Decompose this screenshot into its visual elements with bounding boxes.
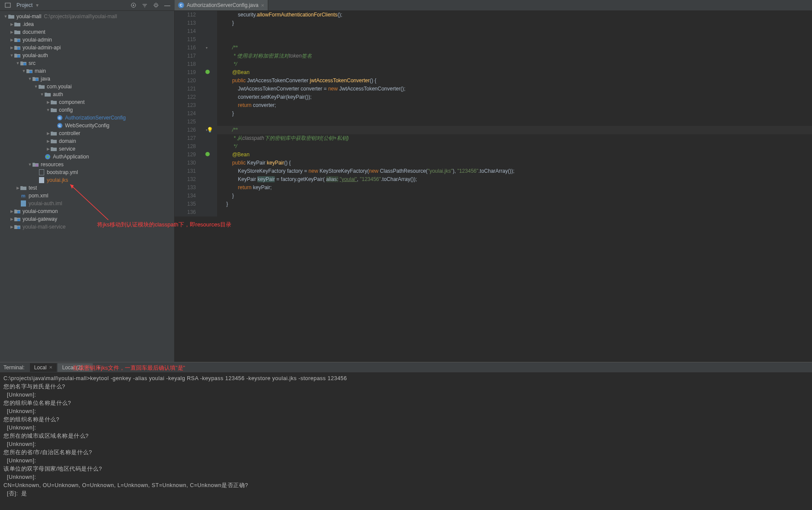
terminal-tab[interactable]: Local✕ [30, 363, 57, 372]
code-line: 119 @Bean [175, 68, 812, 77]
svg-rect-15 [39, 177, 44, 183]
tree-item[interactable]: bootstrap.yml [0, 168, 174, 176]
tree-item[interactable]: CWebSecurityConfig [0, 122, 174, 129]
annotation-1: 将jks移动到认证模块的classpath下，即resources目录 [97, 221, 231, 229]
code-editor[interactable]: 112 security.allowFormAuthenticationForC… [175, 11, 812, 362]
main: ▼youlai-mallC:\projects\java\mall\youlai… [0, 11, 812, 362]
svg-rect-14 [39, 170, 44, 175]
code-line: 120 public JwtAccessTokenConverter jwtAc… [175, 77, 812, 85]
project-icon [4, 2, 11, 8]
code-line: 115 [175, 36, 812, 44]
editor-tab[interactable]: C AuthorizationServerConfig.java ✕ [175, 0, 268, 10]
tree-item[interactable]: ▼auth [0, 90, 174, 98]
code-line: 114 [175, 27, 812, 36]
terminal-line: C:\projects\java\mall\youlai-mall>keytoo… [3, 374, 809, 383]
svg-rect-19 [17, 226, 20, 229]
minimize-icon[interactable]: — [164, 2, 170, 9]
svg-rect-8 [29, 71, 32, 73]
code-line: 112 security.allowFormAuthenticationForC… [175, 11, 812, 19]
terminal-output[interactable]: C:\projects\java\mall\youlai-mall>keytoo… [0, 373, 812, 510]
arrow-icon [65, 181, 113, 224]
code-line: 129 @Bean [175, 151, 812, 159]
tree-item[interactable]: ▼config [0, 106, 174, 114]
tree-item[interactable]: ▼youlai-mallC:\projects\java\mall\youlai… [0, 13, 174, 20]
tree-item[interactable]: ▶controller [0, 129, 174, 137]
tree-item[interactable]: ▼com.youlai [0, 83, 174, 90]
code-line: 133 return keyPair; [175, 184, 812, 192]
tree-item[interactable]: ▼main [0, 67, 174, 75]
terminal-label: Terminal: [3, 365, 25, 371]
tree-item[interactable]: AuthApplication [0, 153, 174, 161]
tree-item[interactable]: ▶component [0, 98, 174, 106]
code-line: 131 KeyStoreKeyFactory factory = new Key… [175, 167, 812, 175]
close-icon[interactable]: ✕ [261, 3, 264, 8]
svg-rect-4 [17, 39, 20, 42]
editor-tab-label: AuthorizationServerConfig.java [187, 2, 258, 8]
svg-line-22 [70, 184, 108, 220]
expand-icon[interactable] [142, 2, 148, 8]
annotation-2: 生成密钥库jks文件，一直回车最后确认填"是" [73, 364, 185, 372]
tree-item[interactable]: ▶youlai-admin-api [0, 44, 174, 52]
tree-item[interactable]: ▼java [0, 75, 174, 83]
code-line: 127 * 从classpath下的密钥库中获取密钥对(公钥+私钥) [175, 134, 812, 142]
tree-item[interactable]: ▶service [0, 145, 174, 153]
code-line: 123 return converter; [175, 101, 812, 110]
svg-marker-23 [70, 184, 74, 189]
code-line: 134 } [175, 192, 812, 200]
terminal-line: [Unknown]: [3, 457, 809, 465]
svg-rect-6 [17, 55, 20, 58]
terminal-line: CN=Unknown, OU=Unknown, O=Unknown, L=Unk… [3, 481, 809, 490]
terminal-line: [Unknown]: [3, 424, 809, 432]
code-line: 125 [175, 118, 812, 126]
tree-item[interactable]: ▶.idea [0, 20, 174, 28]
code-line: 116▾ /** [175, 44, 812, 52]
terminal-panel: Terminal: Local✕Local (2)✕ + C:\projects… [0, 362, 812, 510]
tree-item[interactable]: ▶domain [0, 137, 174, 145]
close-icon[interactable]: ✕ [49, 365, 52, 370]
svg-rect-7 [23, 63, 26, 65]
code-line: 126💡▾ /** [175, 126, 812, 134]
code-line: 117 * 使用非对称加密算法对token签名 [175, 52, 812, 60]
tree-item[interactable]: ▼src [0, 59, 174, 67]
tree-item[interactable]: ▶document [0, 28, 174, 36]
code-line: 135 } [175, 200, 812, 208]
svg-rect-5 [17, 47, 20, 50]
code-line: 113 } [175, 19, 812, 27]
terminal-line: 您的名字与姓氏是什么? [3, 383, 809, 391]
svg-rect-17 [17, 211, 20, 213]
terminal-line: 您的组织名称是什么? [3, 416, 809, 424]
project-title: Project [16, 2, 32, 8]
code-line: 124 } [175, 110, 812, 118]
code-line: 118 */ [175, 60, 812, 68]
code-line: 121 JwtAccessTokenConverter converter = … [175, 85, 812, 93]
code-line: 136 [175, 208, 812, 216]
gear-icon[interactable] [153, 2, 159, 8]
tree-item[interactable]: CAuthorizationServerConfig [0, 114, 174, 122]
terminal-line: 您所在的省/市/自治区名称是什么? [3, 449, 809, 457]
toolbar-actions: — [130, 2, 170, 9]
tree-item[interactable]: ▼resources [0, 161, 174, 168]
topbar: Project ▾ — C AuthorizationServerConfig.… [0, 0, 812, 11]
svg-rect-0 [5, 3, 10, 7]
tree-item[interactable]: ▶youlai-admin [0, 36, 174, 44]
editor-tabs: C AuthorizationServerConfig.java ✕ [175, 0, 268, 10]
terminal-line: 您所在的城市或区域名称是什么? [3, 432, 809, 440]
svg-point-3 [155, 4, 157, 6]
dropdown-chevron-icon[interactable]: ▾ [36, 2, 39, 8]
project-tool-header: Project ▾ — [0, 0, 175, 10]
svg-rect-18 [17, 219, 20, 221]
terminal-line: [Unknown]: [3, 440, 809, 449]
locate-icon[interactable] [130, 2, 136, 8]
svg-point-21 [205, 152, 210, 156]
tree-item[interactable]: ▼youlai-auth [0, 52, 174, 59]
svg-rect-9 [36, 78, 38, 81]
terminal-line: 该单位的双字母国家/地区代码是什么? [3, 465, 809, 473]
java-class-icon: C [178, 2, 184, 8]
terminal-line: 您的组织单位名称是什么? [3, 399, 809, 407]
terminal-line: [否]: 是 [3, 490, 809, 498]
svg-rect-16 [21, 200, 26, 207]
svg-point-2 [133, 5, 134, 6]
svg-rect-12 [36, 164, 38, 167]
code-line: 122 converter.setKeyPair(keyPair()); [175, 93, 812, 101]
terminal-line: [Unknown]: [3, 391, 809, 399]
